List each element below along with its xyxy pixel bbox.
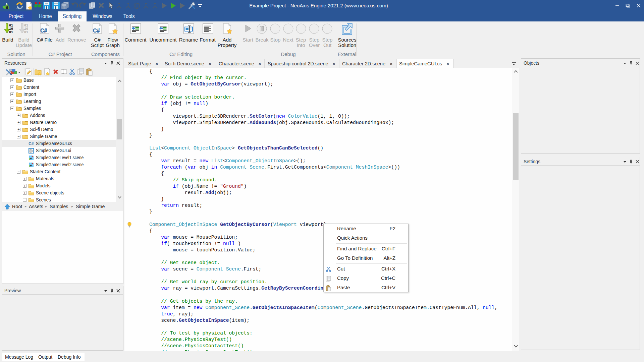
- svg-text:C#: C#: [40, 28, 47, 34]
- svg-text:01: 01: [9, 31, 13, 34]
- svg-text:C#: C#: [93, 28, 100, 34]
- svg-text:01: 01: [24, 31, 28, 34]
